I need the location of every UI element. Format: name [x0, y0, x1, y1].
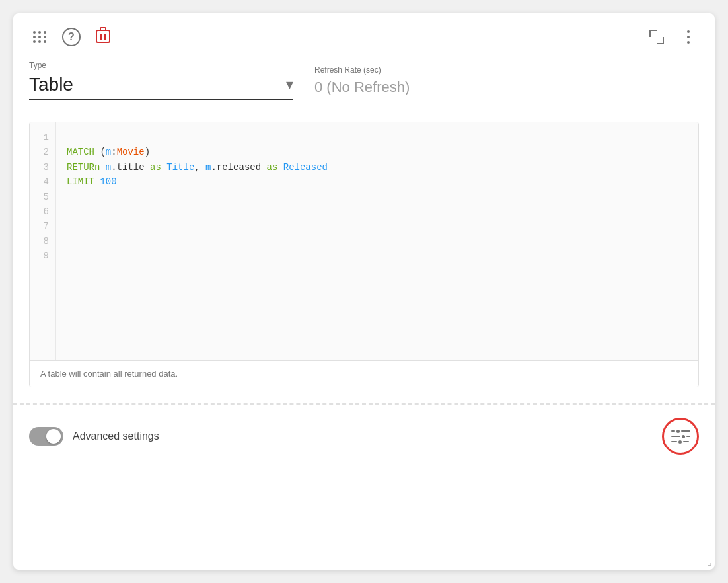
line-num-1: 1 [30, 130, 55, 145]
main-card: ? [13, 13, 715, 570]
drag-handle-icon [33, 31, 47, 43]
sl-line-3b [683, 441, 689, 442]
advanced-settings-row: Advanced settings [29, 427, 159, 446]
type-value: Table [29, 74, 73, 95]
toolbar-left: ? [29, 26, 636, 48]
advanced-settings-label: Advanced settings [73, 430, 159, 442]
more-options-button[interactable] [678, 26, 699, 48]
code-lines[interactable]: MATCH (m:Movie) RETURn m.title as Title,… [56, 122, 698, 360]
settings-fab-button[interactable] [662, 418, 699, 455]
form-area: Type Table ▾ Refresh Rate (sec) 0 (No Re… [13, 61, 715, 114]
code-line-2: RETURn m.title as Title, m.released as R… [67, 162, 328, 173]
more-options-icon [687, 30, 690, 44]
sl-line-1a [671, 430, 675, 432]
type-label: Type [29, 61, 293, 70]
sl-line-1b [681, 430, 690, 432]
bottom-bar: Advanced settings [13, 405, 715, 468]
slider-row-2 [671, 435, 690, 438]
editor-footer-text: A table will contain all returned data. [40, 369, 178, 379]
resize-handle[interactable]: ⌟ [708, 557, 712, 567]
code-line-8 [67, 266, 72, 276]
code-line-5 [67, 221, 72, 231]
refresh-label: Refresh Rate (sec) [314, 65, 699, 75]
code-line-7 [67, 251, 72, 261]
code-line-9 [67, 280, 72, 291]
toolbar: ? [13, 13, 715, 61]
line-num-4: 4 [30, 175, 55, 189]
code-line-1: MATCH (m:Movie) [67, 147, 150, 157]
slider-row-3 [671, 440, 690, 444]
sliders-icon [671, 430, 690, 444]
code-line-3: LIMIT 100 [67, 176, 117, 187]
sl-knob-1 [676, 430, 680, 433]
line-num-6: 6 [30, 204, 55, 219]
delete-button[interactable] [92, 26, 114, 48]
editor-body: 1 2 3 4 5 6 7 8 9 MATCH (m:Movie) RETURn… [30, 122, 698, 360]
line-num-3: 3 [30, 160, 55, 175]
line-num-9: 9 [30, 249, 55, 263]
sl-line-2b [686, 436, 690, 437]
refresh-field-group: Refresh Rate (sec) 0 (No Refresh) [314, 65, 699, 100]
sl-knob-3 [678, 440, 682, 444]
type-field-group: Type Table ▾ [29, 61, 293, 100]
toolbar-right [646, 26, 699, 48]
advanced-settings-toggle[interactable] [29, 427, 63, 446]
expand-icon [649, 30, 664, 44]
slider-row-1 [671, 430, 690, 433]
delete-icon [96, 26, 110, 48]
line-num-8: 8 [30, 234, 55, 249]
svg-rect-0 [96, 30, 110, 42]
toggle-thumb [46, 429, 61, 444]
code-editor[interactable]: 1 2 3 4 5 6 7 8 9 MATCH (m:Movie) RETURn… [29, 122, 699, 387]
code-line-4 [67, 206, 72, 217]
line-numbers: 1 2 3 4 5 6 7 8 9 [30, 122, 56, 360]
help-icon: ? [62, 28, 81, 46]
drag-handle[interactable] [29, 26, 50, 48]
type-dropdown-arrow: ▾ [286, 76, 293, 93]
code-line-6 [67, 236, 72, 247]
expand-button[interactable] [646, 26, 667, 48]
line-num-7: 7 [30, 219, 55, 233]
refresh-input[interactable]: 0 (No Refresh) [314, 79, 699, 100]
editor-footer: A table will contain all returned data. [30, 360, 698, 387]
refresh-value: 0 (No Refresh) [314, 79, 410, 95]
line-num-2: 2 [30, 145, 55, 159]
type-select[interactable]: Table ▾ [29, 74, 293, 100]
sl-line-2a [671, 436, 680, 437]
sl-knob-2 [682, 435, 685, 438]
sl-line-3a [671, 441, 677, 442]
line-num-5: 5 [30, 190, 55, 204]
help-button[interactable]: ? [61, 26, 82, 48]
